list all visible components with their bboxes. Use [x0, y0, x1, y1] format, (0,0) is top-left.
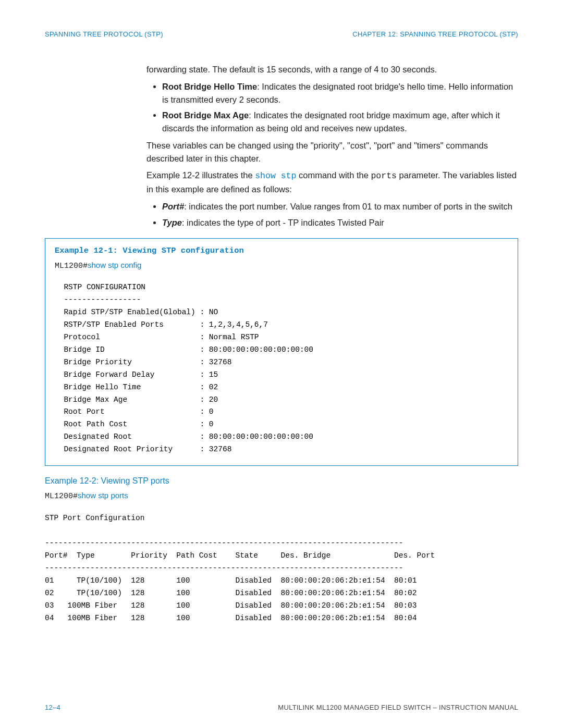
term-port: Port# — [162, 202, 184, 211]
page: SPANNING TREE PROTOCOL (STP) CHAPTER 12:… — [0, 0, 563, 728]
footer-page-number: 12–4 — [45, 704, 60, 711]
cmd-2: show stp ports — [78, 491, 128, 500]
def-hello: Root Bridge Hello Time: Indicates the de… — [162, 80, 518, 106]
text-port: : indicates the port number. Value range… — [184, 202, 512, 211]
example-12-2-cmd: ML1200#show stp ports — [45, 491, 518, 501]
prompt-1: ML1200# — [55, 262, 88, 270]
header-right: CHAPTER 12: SPANNING TREE PROTOCOL (STP) — [352, 30, 518, 38]
para2a: Example 12-2 illustrates the — [146, 170, 255, 180]
page-header: SPANNING TREE PROTOCOL (STP) CHAPTER 12:… — [45, 30, 518, 38]
definition-list-2: Port#: indicates the port number. Value … — [146, 200, 518, 229]
term-maxage: Root Bridge Max Age — [162, 110, 249, 120]
def-port: Port#: indicates the port number. Value … — [162, 200, 518, 213]
definition-list-1: Root Bridge Hello Time: Indicates the de… — [146, 80, 518, 135]
para2b: command with the — [296, 170, 371, 180]
example-12-2-output: STP Port Configuration -----------------… — [45, 512, 518, 624]
example-12-1-cmd: ML1200#show stp config — [55, 261, 508, 270]
show-stp-cmd: show stp — [255, 171, 296, 181]
continuation-line: forwarding state. The default is 15 seco… — [146, 63, 518, 76]
paragraph-1: These variables can be changed using the… — [146, 139, 518, 165]
page-footer: 12–4 MULTILINK ML1200 MANAGED FIELD SWIT… — [45, 704, 518, 711]
def-maxage: Root Bridge Max Age: Indicates the desig… — [162, 109, 518, 135]
ports-param: ports — [371, 171, 397, 181]
footer-manual-title: MULTILINK ML1200 MANAGED FIELD SWITCH – … — [278, 704, 518, 711]
term-hello: Root Bridge Hello Time — [162, 82, 257, 91]
header-left: SPANNING TREE PROTOCOL (STP) — [45, 30, 163, 38]
example-12-2-title: Example 12-2: Viewing STP ports — [45, 476, 518, 486]
body-text: forwarding state. The default is 15 seco… — [146, 63, 518, 229]
prompt-2: ML1200# — [45, 492, 78, 501]
term-type: Type — [162, 218, 182, 227]
example-12-1-box: Example 12-1: Viewing STP configuration … — [45, 238, 518, 466]
def-type: Type: indicates the type of port - TP in… — [162, 216, 518, 229]
example-12-1-title: Example 12-1: Viewing STP configuration — [55, 246, 508, 255]
text-type: : indicates the type of port - TP indica… — [182, 218, 384, 227]
cmd-1: show stp config — [88, 261, 141, 269]
paragraph-2: Example 12-2 illustrates the show stp co… — [146, 169, 518, 196]
example-12-1-output: RSTP CONFIGURATION ----------------- Rap… — [55, 281, 508, 456]
